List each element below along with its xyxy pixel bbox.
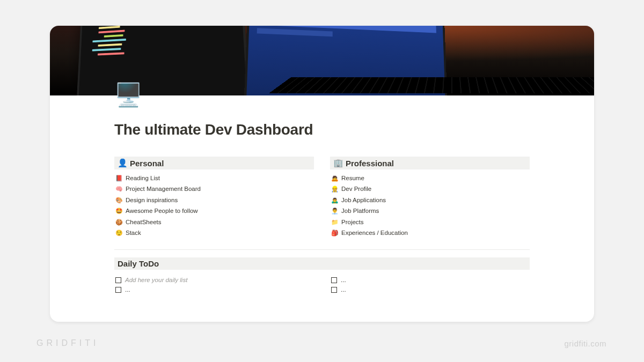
- divider: [114, 249, 530, 250]
- list-item[interactable]: 🙇Resume: [330, 173, 530, 184]
- list-item-label: CheatSheets: [126, 219, 162, 226]
- list-item[interactable]: 📁Projects: [330, 217, 530, 228]
- cover-keyboard: [269, 77, 594, 93]
- todo-label: ...: [125, 286, 130, 293]
- todo-columns: Add here your daily list ... ... ...: [114, 275, 530, 294]
- brain-icon: 🧠: [115, 186, 123, 192]
- todo-header[interactable]: Daily ToDo: [114, 257, 530, 270]
- todo-item[interactable]: ...: [330, 275, 530, 285]
- checkbox-icon[interactable]: [115, 277, 121, 283]
- todo-item[interactable]: ...: [330, 285, 530, 294]
- list-item-label: Stack: [126, 230, 141, 237]
- notion-page-card: 🖥️ The ultimate Dev Dashboard 👤 Personal…: [50, 26, 594, 322]
- professional-title: Professional: [346, 159, 394, 168]
- page-content: The ultimate Dev Dashboard 👤 Personal 📕R…: [50, 95, 594, 294]
- star-eyes-icon: 🤩: [115, 208, 123, 214]
- todo-item[interactable]: ...: [114, 285, 314, 294]
- todo-label: ...: [341, 277, 346, 283]
- personal-items: 📕Reading List 🧠Project Management Board …: [114, 173, 314, 239]
- list-item-label: Job Applications: [341, 197, 386, 204]
- personal-header[interactable]: 👤 Personal: [114, 157, 314, 169]
- list-item[interactable]: 🙇‍♂️Job Applications: [330, 195, 530, 206]
- todo-label: ...: [341, 286, 346, 293]
- list-item[interactable]: 👨‍💼Job Platforms: [330, 206, 530, 217]
- person-icon: 👤: [118, 158, 128, 168]
- list-item[interactable]: 😌Stack: [114, 228, 314, 239]
- list-item[interactable]: 🎨Design inspirations: [114, 195, 314, 206]
- building-icon: 🏢: [333, 158, 343, 168]
- folder-icon: 📁: [331, 219, 339, 225]
- list-item-label: Reading List: [126, 175, 160, 182]
- professional-items: 🙇Resume 👷Dev Profile 🙇‍♂️Job Application…: [330, 173, 530, 239]
- palette-icon: 🎨: [115, 197, 123, 203]
- list-item[interactable]: 📕Reading List: [114, 173, 314, 184]
- list-item-label: Awesome People to follow: [126, 208, 198, 215]
- list-item-label: Experiences / Education: [341, 230, 408, 237]
- list-item-label: Resume: [341, 175, 364, 182]
- professional-header[interactable]: 🏢 Professional: [330, 157, 530, 169]
- backpack-icon: 🎒: [331, 230, 339, 236]
- list-item-label: Dev Profile: [341, 186, 371, 193]
- checkbox-icon[interactable]: [331, 277, 337, 283]
- bow-icon: 🙇: [331, 175, 339, 181]
- two-column-layout: 👤 Personal 📕Reading List 🧠Project Manage…: [114, 157, 530, 239]
- list-item[interactable]: 🎒Experiences / Education: [330, 228, 530, 239]
- todo-label: Add here your daily list: [125, 277, 187, 283]
- list-item[interactable]: 👷Dev Profile: [330, 184, 530, 195]
- brand-url: gridfiti.com: [564, 339, 606, 348]
- book-icon: 📕: [115, 175, 123, 181]
- list-item[interactable]: 🧠Project Management Board: [114, 184, 314, 195]
- list-item-label: Project Management Board: [126, 186, 201, 193]
- personal-title: Personal: [130, 159, 164, 168]
- brand-watermark: GRIDFITI: [36, 338, 99, 348]
- checkbox-icon[interactable]: [331, 287, 337, 293]
- list-item[interactable]: 🤩Awesome People to follow: [114, 206, 314, 217]
- todo-right-column: ... ...: [330, 275, 530, 294]
- todo-item[interactable]: Add here your daily list: [114, 275, 314, 285]
- page-icon[interactable]: 🖥️: [114, 84, 142, 106]
- relieved-icon: 😌: [115, 230, 123, 236]
- bow2-icon: 🙇‍♂️: [331, 197, 339, 203]
- todo-left-column: Add here your daily list ...: [114, 275, 314, 294]
- personal-column: 👤 Personal 📕Reading List 🧠Project Manage…: [114, 157, 314, 239]
- cookie-icon: 🍪: [115, 219, 123, 225]
- list-item-label: Design inspirations: [126, 197, 178, 204]
- office-worker-icon: 👨‍💼: [331, 208, 339, 214]
- checkbox-icon[interactable]: [115, 287, 121, 293]
- professional-column: 🏢 Professional 🙇Resume 👷Dev Profile 🙇‍♂️…: [330, 157, 530, 239]
- page-title[interactable]: The ultimate Dev Dashboard: [114, 121, 530, 138]
- list-item-label: Projects: [341, 219, 364, 226]
- worker-icon: 👷: [331, 186, 339, 192]
- cover-monitor-left: [76, 26, 251, 95]
- list-item-label: Job Platforms: [341, 208, 379, 215]
- list-item[interactable]: 🍪CheatSheets: [114, 217, 314, 228]
